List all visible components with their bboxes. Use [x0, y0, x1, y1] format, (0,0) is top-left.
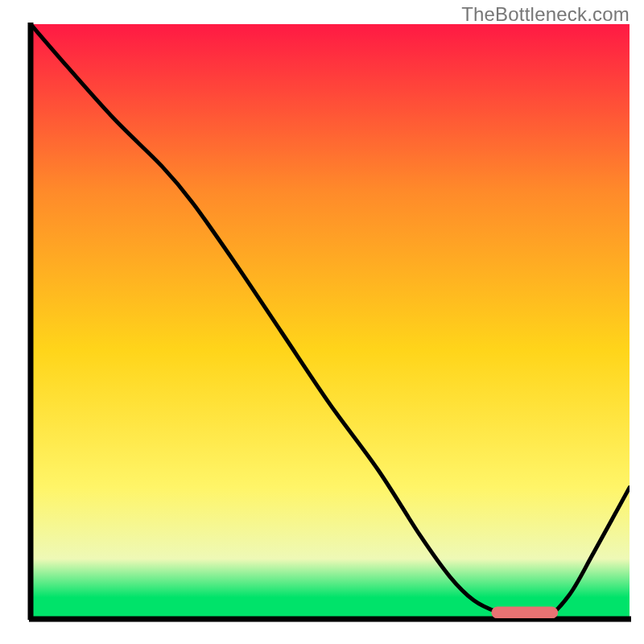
plot-background	[31, 24, 630, 618]
bottleneck-chart	[0, 0, 644, 644]
optimal-range-marker	[492, 607, 558, 618]
chart-frame: TheBottleneck.com	[0, 0, 644, 644]
